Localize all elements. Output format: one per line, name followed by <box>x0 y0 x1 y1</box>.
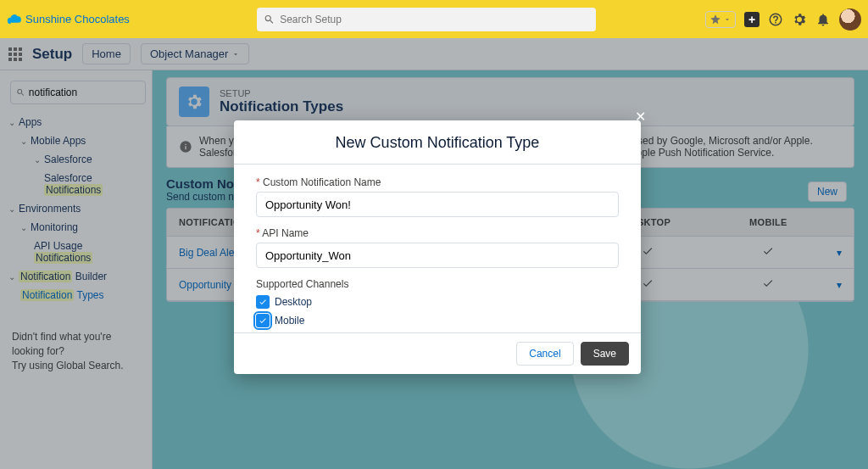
close-icon[interactable]: ✕ <box>635 109 646 125</box>
global-actions-button[interactable]: + <box>744 12 760 27</box>
global-search[interactable] <box>257 8 596 31</box>
brand-logo[interactable]: Sunshine Chocolates <box>7 12 130 27</box>
name-label: Custom Notification Name <box>256 176 619 188</box>
modal-footer: Cancel Save <box>234 332 641 374</box>
star-icon <box>709 14 721 25</box>
channels-label: Supported Channels <box>256 278 619 290</box>
chevron-down-icon <box>723 15 732 24</box>
checkbox-mobile[interactable] <box>256 314 270 327</box>
search-icon <box>264 14 275 25</box>
channels-group: Supported Channels Desktop Mobile <box>256 278 619 327</box>
help-icon[interactable] <box>768 12 783 27</box>
check-icon <box>259 316 267 325</box>
user-avatar[interactable] <box>839 8 861 31</box>
modal-body: Custom Notification Name API Name Suppor… <box>234 165 641 332</box>
checkbox-desktop-row: Desktop <box>256 295 619 309</box>
modal-title: New Custom Notification Type <box>234 120 641 165</box>
save-button[interactable]: Save <box>581 342 629 366</box>
favorites-button[interactable] <box>705 11 736 28</box>
bell-icon[interactable] <box>815 12 831 27</box>
gear-icon[interactable] <box>792 12 807 27</box>
checkbox-desktop-label: Desktop <box>275 296 312 308</box>
checkbox-mobile-label: Mobile <box>275 315 304 327</box>
header-actions: + <box>705 8 861 31</box>
check-icon <box>259 298 267 306</box>
cloud-icon <box>7 12 22 27</box>
brand-name: Sunshine Chocolates <box>25 13 130 25</box>
notification-name-input[interactable] <box>256 192 619 217</box>
new-notification-modal: ✕ New Custom Notification Type Custom No… <box>234 120 641 374</box>
cancel-button[interactable]: Cancel <box>516 342 573 366</box>
api-name-input[interactable] <box>256 243 619 268</box>
brand-bar: Sunshine Chocolates + <box>0 0 868 38</box>
checkbox-mobile-row: Mobile <box>256 314 619 327</box>
global-search-input[interactable] <box>280 14 589 25</box>
checkbox-desktop[interactable] <box>256 295 270 309</box>
api-label: API Name <box>256 227 619 239</box>
